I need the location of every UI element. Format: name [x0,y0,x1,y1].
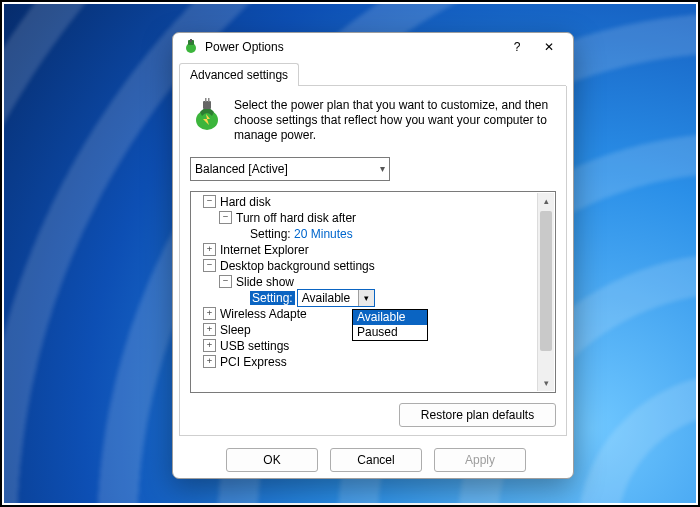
slideshow-combo[interactable]: Available ▾ [297,289,375,307]
tab-advanced-settings[interactable]: Advanced settings [179,63,299,86]
scrollbar-thumb[interactable] [540,211,552,351]
dialog-footer: OK Cancel Apply [173,442,573,478]
setting-label-selected: Setting: [250,291,295,305]
window-title: Power Options [205,40,501,54]
expand-icon[interactable]: + [203,339,216,352]
tab-panel: Select the power plan that you want to c… [179,86,567,436]
tree-item-hdd-setting[interactable]: Setting: 20 Minutes [191,226,555,242]
dropdown-option-available[interactable]: Available [353,310,427,325]
chevron-down-icon[interactable]: ▾ [358,290,374,306]
titlebar[interactable]: Power Options ? ✕ [173,33,573,60]
svg-rect-4 [203,101,211,109]
tree-item-slideshow-setting[interactable]: Setting: Available ▾ [191,290,555,306]
collapse-icon[interactable]: − [203,195,216,208]
power-plan-select[interactable]: Balanced [Active] ▾ [190,157,390,181]
scroll-up-icon[interactable]: ▴ [538,193,554,209]
power-plan-value: Balanced [Active] [195,162,288,176]
svg-rect-6 [208,98,210,102]
chevron-down-icon: ▾ [380,163,385,174]
expand-icon[interactable]: + [203,243,216,256]
cancel-button[interactable]: Cancel [330,448,422,472]
svg-rect-5 [205,98,207,102]
intro-text: Select the power plan that you want to c… [234,98,556,143]
expand-icon[interactable]: + [203,323,216,336]
tree-item-slideshow[interactable]: −Slide show [191,274,555,290]
expand-icon[interactable]: + [203,307,216,320]
tab-strip: Advanced settings [173,60,573,85]
scroll-down-icon[interactable]: ▾ [538,375,554,391]
intro-section: Select the power plan that you want to c… [190,98,556,143]
apply-button: Apply [434,448,526,472]
tree-scrollbar[interactable]: ▴ ▾ [537,193,554,391]
svg-rect-2 [190,39,192,42]
app-icon [183,39,199,55]
slideshow-combo-value: Available [298,291,358,305]
power-options-dialog: Power Options ? ✕ Advanced settings Sele [172,32,574,479]
collapse-icon[interactable]: − [219,211,232,224]
tree-item-desktop-bg[interactable]: −Desktop background settings [191,258,555,274]
expand-icon[interactable]: + [203,355,216,368]
restore-defaults-button[interactable]: Restore plan defaults [399,403,556,427]
collapse-icon[interactable]: − [203,259,216,272]
ok-button[interactable]: OK [226,448,318,472]
settings-tree[interactable]: −Hard disk −Turn off hard disk after Set… [190,191,556,393]
hdd-setting-value[interactable]: 20 Minutes [294,227,353,241]
dropdown-option-paused[interactable]: Paused [353,325,427,340]
tree-item-ie[interactable]: +Internet Explorer [191,242,555,258]
collapse-icon[interactable]: − [219,275,232,288]
slideshow-dropdown[interactable]: Available Paused [352,309,428,341]
tree-item-pci[interactable]: +PCI Express [191,354,555,370]
close-button[interactable]: ✕ [533,33,565,60]
tree-item-hard-disk[interactable]: −Hard disk [191,194,555,210]
help-button[interactable]: ? [501,33,533,60]
tree-item-turn-off-hdd[interactable]: −Turn off hard disk after [191,210,555,226]
power-icon [190,98,224,132]
